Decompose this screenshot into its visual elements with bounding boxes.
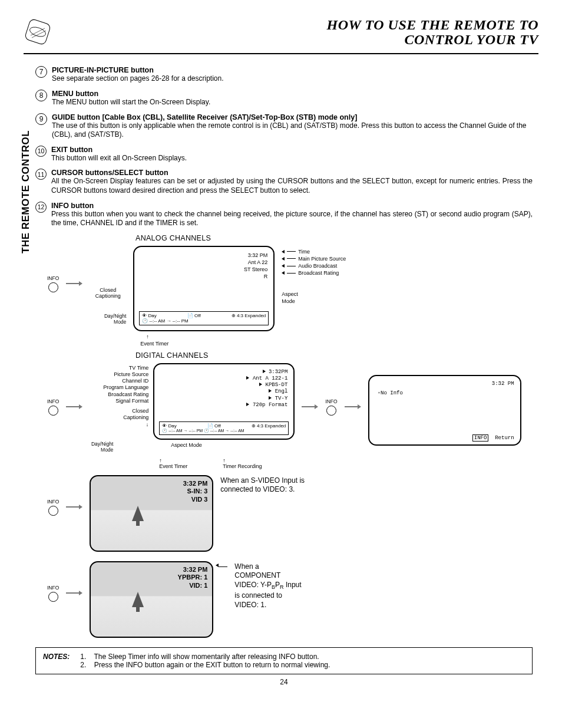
tv-screen-component: 3:32 PM YPBPR: 1 VID: 1: [90, 561, 213, 638]
osd-time: 3:32 PM: [244, 252, 267, 259]
item-desc: All the On-Screen Display features can b…: [51, 177, 533, 195]
item-desc: Press this button when you want to check…: [51, 210, 533, 228]
osd-input: YPBPR: 1: [178, 574, 208, 582]
osd-time: 3:32 PM: [178, 566, 208, 574]
status-bar: 👁 Day 📄 Off ⊕ 4:3 Expanded 🕐 --:-- AM → …: [159, 421, 289, 435]
item-desc: The MENU button will start the On-Screen…: [52, 98, 533, 107]
event-timer-label: Event Timer: [140, 341, 275, 347]
page-number: 24: [35, 678, 533, 686]
item-title: MENU button: [52, 90, 533, 98]
tv-screen-noinfo: 3:32 PM ▫No Info INFO Return: [368, 375, 521, 446]
page-title: HOW TO USE THE REMOTE TO CONTROL YOUR TV: [327, 18, 538, 47]
digital-heading: DIGITAL CHANNELS: [135, 351, 533, 360]
day-night-label: Day/NightMode: [90, 441, 113, 453]
osd-source: Ant A 22: [244, 259, 267, 266]
arrow-icon: [302, 404, 318, 409]
info-button-icon: [326, 406, 336, 416]
item-title: PICTURE-IN-PICTURE button: [52, 66, 533, 74]
arrow-icon: [345, 404, 361, 409]
cc-label: ClosedCaptioning↓: [90, 408, 148, 428]
note-1: The Sleep Timer info will show momentari…: [94, 653, 319, 661]
osd-vid: VID: 1: [178, 582, 208, 590]
event-timer-label: Event Timer: [159, 463, 187, 469]
tv-screen-svideo: 3:32 PM S-IN: 3 VID 3: [90, 475, 213, 552]
aspect-mode-label: Aspect Mode: [171, 442, 202, 453]
osd-time: 3:32 PM: [492, 381, 514, 387]
cc-label: ClosedCaptioning: [90, 287, 126, 299]
osd-vid: VID 3: [183, 496, 208, 504]
info-label: INFO: [47, 398, 59, 404]
item-number-9: 9: [35, 113, 47, 125]
info-label: INFO: [47, 275, 59, 281]
callout-source: Main Picture Source: [298, 255, 346, 262]
callout-time: Time: [298, 248, 310, 255]
note-2: Press the INFO button again or the EXIT …: [94, 661, 330, 669]
info-button-icon: [48, 406, 58, 416]
arrow-icon: [66, 404, 82, 409]
item-title: INFO button: [51, 202, 533, 210]
callout-source: Picture Source: [90, 371, 148, 378]
brand-logo: [24, 18, 52, 46]
item-number-10: 10: [35, 146, 47, 157]
info-button-icon: [48, 506, 58, 516]
analog-heading: ANALOG CHANNELS: [135, 234, 533, 242]
info-label: INFO: [325, 398, 337, 404]
day-night-label: Day/NightMode: [90, 313, 126, 325]
arrow-icon: [66, 591, 82, 595]
callout-rating: Broadcast Rating: [298, 269, 339, 276]
item-desc: See separate section on pages 26-28 for …: [52, 74, 533, 84]
side-tab: THE REMOTE CONTROL: [20, 130, 32, 253]
divider: [24, 53, 538, 54]
timer-recording-label: Timer Recording: [223, 463, 262, 469]
item-title: GUIDE button [Cable Box (CBL), Satellite…: [52, 113, 533, 121]
svg-line-3: [32, 31, 46, 38]
callout-tvtime: TV Time: [90, 365, 148, 371]
item-desc: The use of this button is only applicabl…: [52, 121, 533, 140]
info-button-icon: [48, 282, 58, 292]
item-number-11: 11: [35, 169, 47, 180]
osd-return: INFO Return: [472, 435, 514, 441]
info-label: INFO: [47, 585, 59, 591]
callout-channel: Channel ID: [90, 378, 148, 384]
arrow-icon: [66, 281, 82, 286]
item-title: CURSOR buttons/SELECT button: [51, 169, 533, 177]
item-number-8: 8: [35, 90, 47, 101]
osd-rating: R: [244, 273, 267, 280]
info-label: INFO: [47, 499, 59, 505]
item-number-12: 12: [35, 202, 47, 213]
video-desc: When a COMPONENT VIDEO: Y-PBPR Input is …: [234, 562, 323, 610]
callout-format: Signal Format: [90, 398, 148, 404]
osd-audio: ST Stereo: [244, 266, 267, 273]
notes-label: NOTES:: [43, 653, 70, 669]
tv-screen-digital: 3:32PM Ant A 122-1 KPBS-DT Engl TV-Y 720…: [153, 363, 295, 440]
video-desc: When an S-VIDEO Input is connected to VI…: [220, 476, 309, 495]
tv-screen-analog: 3:32 PM Ant A 22 ST Stereo R 👁 Day 📄 Off…: [133, 246, 275, 331]
notes-box: NOTES: 1. The Sleep Timer info will show…: [35, 647, 533, 674]
callout-lang: Program Language: [90, 384, 148, 391]
item-number-7: 7: [35, 66, 47, 78]
callout-audio: Audio Broadcast: [298, 262, 337, 269]
svg-line-2: [31, 28, 45, 35]
info-button-icon: [48, 592, 58, 602]
osd-noinfo: ▫No Info: [378, 390, 403, 396]
callout-aspect: AspectMode: [282, 291, 346, 305]
osd-time: 3:32 PM: [183, 480, 208, 488]
osd-input: S-IN: 3: [183, 487, 208, 496]
status-bar: 👁 Day 📄 Off ⊕ 4:3 Expanded 🕐 --:-- AM → …: [139, 311, 269, 325]
item-title: EXIT button: [51, 146, 533, 154]
arrow-icon: [66, 505, 82, 509]
callout-rating: Broadcast Rating: [90, 391, 148, 398]
item-desc: This button will exit all On-Screen Disp…: [51, 154, 533, 163]
